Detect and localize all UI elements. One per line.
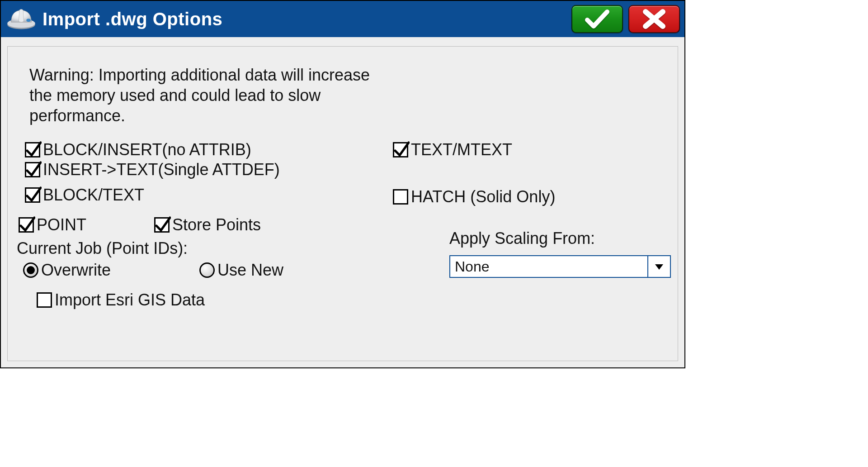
checkbox-label: INSERT->TEXT(Single ATTDEF) [43,160,280,179]
dropdown-toggle[interactable] [647,256,670,277]
checkmark-icon [585,9,610,29]
radio-label: Use New [217,261,283,280]
checkbox-import-esri-gis[interactable]: Import Esri GIS Data [37,291,388,310]
dropdown-selected-value: None [450,256,647,277]
radio-label: Overwrite [41,261,111,280]
window-title: Import .dwg Options [42,9,566,29]
checkbox-label: Store Points [172,215,261,234]
checkbox-box [25,142,40,157]
options-panel: Warning: Importing additional data will … [7,46,678,361]
ok-button[interactable] [571,5,623,33]
checkbox-box [154,217,170,233]
content-area: Warning: Importing additional data will … [1,37,684,367]
close-icon [643,9,665,29]
checkbox-block-insert-no-attrib[interactable]: BLOCK/INSERT(no ATTRIB) [25,140,388,159]
checkbox-label: Import Esri GIS Data [55,291,205,310]
checkbox-label: HATCH (Solid Only) [411,187,555,206]
checkbox-label: TEXT/MTEXT [411,140,512,159]
warning-text: Warning: Importing additional data will … [29,65,382,126]
checkbox-text-mtext[interactable]: TEXT/MTEXT [393,140,669,159]
apply-scaling-dropdown[interactable]: None [449,255,671,278]
checkbox-box [25,187,40,203]
checkbox-hatch-solid-only[interactable]: HATCH (Solid Only) [393,187,669,206]
checkbox-block-text[interactable]: BLOCK/TEXT [25,186,388,205]
checkbox-store-points[interactable]: Store Points [154,215,261,234]
checkbox-label: POINT [37,215,86,234]
cancel-button[interactable] [628,5,680,33]
checkbox-box [393,142,408,157]
checkbox-box [25,162,40,177]
apply-scaling-label: Apply Scaling From: [449,229,669,248]
title-bar: Import .dwg Options [1,1,684,37]
checkbox-label: BLOCK/INSERT(no ATTRIB) [43,140,251,159]
radio-circle [199,262,215,278]
checkbox-box [393,189,408,205]
checkbox-box [37,292,52,308]
svg-point-2 [26,19,31,22]
app-icon [5,5,37,33]
radio-use-new[interactable]: Use New [199,261,283,280]
radio-circle [23,262,38,278]
checkbox-label: BLOCK/TEXT [43,186,144,205]
chevron-down-icon [654,262,664,272]
radio-overwrite[interactable]: Overwrite [23,261,199,280]
current-job-label: Current Job (Point IDs): [17,239,388,258]
checkbox-insert-text-single-attdef[interactable]: INSERT->TEXT(Single ATTDEF) [25,160,388,179]
checkbox-box [19,217,34,233]
checkbox-point[interactable]: POINT [19,215,154,234]
